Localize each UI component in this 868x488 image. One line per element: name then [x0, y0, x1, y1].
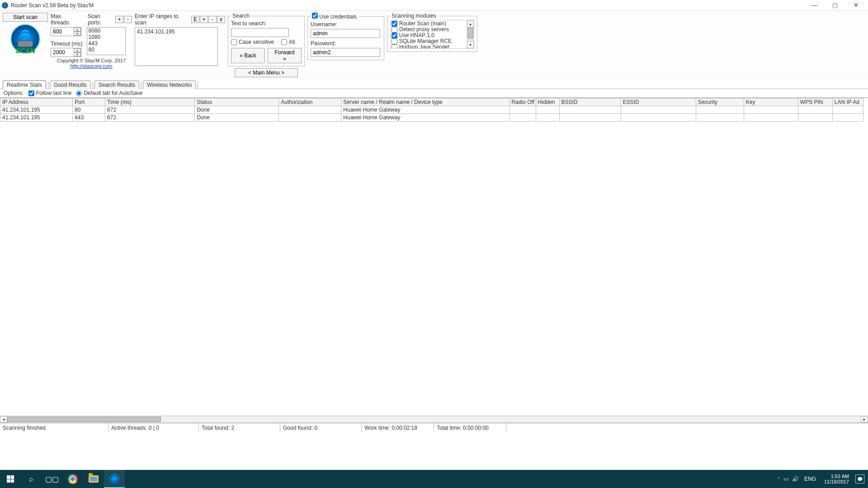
language-indicator[interactable]: ENG: [802, 476, 818, 482]
status-total-time: Total time: 0:00:00:00: [434, 423, 506, 432]
start-scan-button[interactable]: Start scan: [3, 13, 48, 22]
column-header[interactable]: Security: [696, 99, 744, 106]
table-cell: [279, 114, 341, 122]
ip-clear-button[interactable]: x: [217, 16, 225, 23]
tray-expand-icon[interactable]: ˄: [778, 477, 780, 482]
table-row[interactable]: 41.234.101.19580672DoneHuawei Home Gatew…: [0, 106, 863, 114]
credentials-fieldset: Use credentials Username: Password:: [307, 13, 384, 60]
table-cell: [744, 106, 798, 114]
tab-search-results[interactable]: Search Results: [94, 80, 139, 89]
ip-edit-button[interactable]: E: [191, 16, 199, 23]
ports-listbox[interactable]: 8080 1080 443 80: [87, 27, 126, 55]
maximize-button[interactable]: ▢: [825, 0, 845, 11]
scroll-up-icon[interactable]: ▲: [467, 20, 474, 28]
search-forward-button[interactable]: Forward »: [268, 48, 302, 63]
table-cell: [536, 106, 559, 114]
use-credentials-checkbox[interactable]: [312, 13, 318, 19]
table-cell: Done: [195, 114, 279, 122]
timeout-up-icon[interactable]: ▲: [74, 48, 81, 52]
password-input[interactable]: [311, 48, 380, 57]
table-cell: 41.234.101.195: [0, 114, 73, 122]
module-router-scan-checkbox[interactable]: [392, 21, 397, 27]
file-explorer-taskbar-button[interactable]: [83, 470, 104, 488]
scroll-left-icon[interactable]: ◄: [0, 416, 7, 422]
case-sensitive-checkbox[interactable]: [231, 39, 237, 45]
scroll-down-icon[interactable]: ▼: [467, 41, 474, 48]
column-header[interactable]: Port: [73, 99, 105, 106]
column-header[interactable]: Status: [195, 99, 279, 106]
search-all-checkbox[interactable]: [281, 39, 287, 45]
ip-add-button[interactable]: +: [200, 16, 208, 23]
tab-good-results[interactable]: Good Results: [50, 80, 91, 89]
column-header[interactable]: Key: [744, 99, 798, 106]
module-hudson-checkbox[interactable]: [392, 44, 397, 49]
port-item[interactable]: 1080: [87, 34, 125, 40]
column-header[interactable]: Server name / Realm name / Device type: [341, 99, 509, 106]
column-header[interactable]: BSSID: [559, 99, 621, 106]
table-row[interactable]: 41.234.101.195443672DoneHuawei Home Gate…: [0, 114, 863, 122]
battery-icon[interactable]: ▭: [783, 476, 788, 482]
clock[interactable]: 1:52 AM 11/18/2017: [821, 474, 852, 484]
timeout-down-icon[interactable]: ▼: [74, 52, 81, 56]
threads-down-icon[interactable]: ▼: [74, 32, 81, 36]
router-scan-taskbar-button[interactable]: [104, 470, 125, 488]
modules-listbox[interactable]: Router Scan (main) Detect proxy servers …: [390, 20, 474, 49]
max-threads-input[interactable]: [51, 28, 74, 35]
column-header[interactable]: LAN IP Ad: [832, 99, 863, 106]
start-button[interactable]: [0, 470, 21, 488]
tab-realtime-stats[interactable]: Realtime Stats: [3, 80, 46, 89]
scroll-right-icon[interactable]: ►: [861, 416, 868, 422]
module-proxy-checkbox[interactable]: [392, 27, 397, 33]
default-tab-option[interactable]: Default tab for AutoSave: [76, 90, 142, 96]
tab-wireless-networks[interactable]: Wireless Networks: [143, 80, 196, 89]
max-threads-label: Max. threads:: [51, 13, 81, 26]
column-header[interactable]: WPS PIN: [798, 99, 832, 106]
notifications-icon[interactable]: 💬: [855, 474, 864, 483]
follow-last-line-checkbox[interactable]: [28, 90, 34, 96]
port-item[interactable]: 443: [87, 40, 125, 47]
port-item[interactable]: 8080: [87, 28, 125, 34]
module-hnap-checkbox[interactable]: [392, 33, 397, 38]
username-label: Username:: [311, 21, 381, 28]
column-header[interactable]: IP Address: [0, 99, 73, 106]
table-cell: [559, 114, 621, 122]
status-bar: Scanning finished Active threads: 0 | 0 …: [0, 423, 868, 432]
table-cell: [559, 106, 621, 114]
results-table[interactable]: IP AddressPortTime (ms)StatusAuthorizati…: [0, 98, 863, 122]
task-view-button[interactable]: ▢▢: [42, 470, 62, 488]
search-icon: ⌕: [29, 475, 33, 483]
column-header[interactable]: Time (ms): [105, 99, 195, 106]
modules-scrollbar[interactable]: ▲ ▼: [467, 20, 474, 48]
chrome-taskbar-button[interactable]: [62, 470, 83, 488]
default-tab-radio[interactable]: [76, 90, 82, 96]
column-header[interactable]: Radio Off: [509, 99, 536, 106]
website-link[interactable]: http://stascorp.com: [71, 63, 113, 69]
ip-remove-button[interactable]: -: [208, 16, 217, 23]
timeout-spinner[interactable]: ▲▼: [51, 48, 81, 57]
search-input[interactable]: [231, 28, 289, 37]
tabs-bar: Realtime Stats Good Results Search Resul…: [0, 80, 868, 89]
follow-last-line-option[interactable]: Follow last line: [28, 90, 72, 96]
close-button[interactable]: ✕: [845, 0, 866, 11]
column-header[interactable]: Authorization: [279, 99, 341, 106]
search-back-button[interactable]: « Back: [231, 48, 265, 63]
modules-column: Scanning modules Router Scan (main) Dete…: [387, 13, 477, 77]
ip-ranges-textarea[interactable]: 41.234.101.195: [135, 27, 218, 66]
volume-icon[interactable]: 🔊: [792, 476, 799, 482]
port-item[interactable]: 80: [87, 47, 125, 53]
module-sqlite-checkbox[interactable]: [392, 38, 397, 44]
column-header[interactable]: Hidden: [536, 99, 559, 106]
table-header-row: IP AddressPortTime (ms)StatusAuthorizati…: [0, 99, 863, 106]
search-taskbar-button[interactable]: ⌕: [21, 470, 42, 488]
ports-add-button[interactable]: +: [115, 16, 123, 23]
timeout-input[interactable]: [51, 49, 74, 56]
password-label: Password:: [311, 40, 381, 47]
minimize-button[interactable]: —: [804, 0, 825, 11]
main-menu-button[interactable]: < Main Menu >: [235, 68, 298, 77]
max-threads-spinner[interactable]: ▲▼: [51, 27, 81, 36]
username-input[interactable]: [311, 29, 380, 38]
threads-up-icon[interactable]: ▲: [74, 28, 81, 32]
column-header[interactable]: ESSID: [621, 99, 696, 106]
ports-remove-button[interactable]: -: [124, 16, 132, 23]
horizontal-scrollbar[interactable]: ◄ ►: [0, 416, 868, 423]
